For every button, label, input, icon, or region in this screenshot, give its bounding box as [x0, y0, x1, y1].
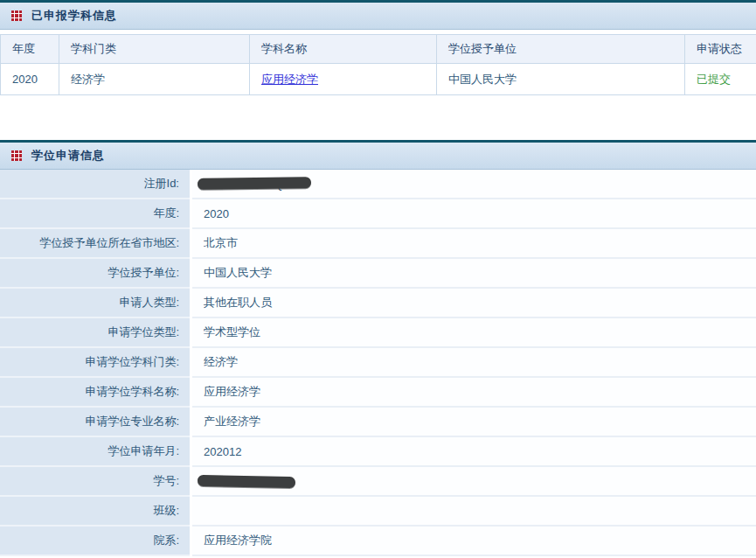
- field-label: 申请人类型:: [0, 289, 190, 318]
- field-value: 产业经济学: [192, 408, 756, 437]
- field-label: 注册Id:: [0, 170, 190, 199]
- red-grid-icon: [11, 10, 22, 21]
- field-value: 应用经济学: [192, 378, 756, 408]
- field-label: 班级:: [0, 497, 190, 527]
- field-value: 经济学: [192, 348, 756, 378]
- col-header-status: 申请状态: [685, 35, 756, 64]
- field-label: 学位申请年月:: [0, 437, 190, 467]
- masked-value: 21142002736: [204, 475, 287, 488]
- masked-value: 202012H59QHY: [204, 178, 302, 191]
- cell-category: 经济学: [59, 64, 250, 95]
- form-row: 注册Id: 202012H59QHY: [0, 170, 756, 199]
- form-row: 申请人类型: 其他在职人员: [0, 289, 756, 318]
- field-value: 北京市: [192, 229, 756, 259]
- section-title: 学位申请信息: [31, 148, 105, 164]
- field-label: 申请学位专业名称:: [0, 408, 190, 437]
- field-value: 学术型学位: [192, 318, 756, 348]
- form-row: 学号: 21142002736: [0, 467, 756, 497]
- subject-name-link[interactable]: 应用经济学: [261, 73, 318, 86]
- field-label: 学位授予单位:: [0, 259, 190, 289]
- field-value: [192, 497, 756, 527]
- declared-subjects-table: 年度 学科门类 学科名称 学位授予单位 申请状态 2020 经济学 应用经济学 …: [0, 34, 756, 95]
- cell-university: 中国人民大学: [437, 64, 685, 95]
- field-value: 21142002736: [192, 467, 756, 497]
- form-row: 班级:: [0, 497, 756, 527]
- col-header-year: 年度: [1, 35, 59, 64]
- field-value: 202012: [192, 437, 756, 467]
- section-title: 已申报学科信息: [31, 8, 117, 24]
- degree-application-form: 注册Id: 202012H59QHY 年度: 2020 学位授予单位所在省市地区…: [0, 170, 756, 556]
- form-row: 学位授予单位所在省市地区: 北京市: [0, 229, 756, 259]
- field-label: 学位授予单位所在省市地区:: [0, 229, 190, 259]
- form-row: 申请学位学科门类: 经济学: [0, 348, 756, 378]
- status-badge: 已提交: [697, 73, 731, 86]
- form-row: 学位申请年月: 202012: [0, 437, 756, 467]
- form-row: 申请学位学科名称: 应用经济学: [0, 378, 756, 408]
- cell-year: 2020: [1, 64, 59, 95]
- form-row: 年度: 2020: [0, 199, 756, 229]
- field-value: 应用经济学院: [192, 527, 756, 556]
- degree-application-header: 学位申请信息: [0, 143, 756, 170]
- declared-subjects-panel: 已申报学科信息 年度 学科门类 学科名称 学位授予单位 申请状态 2020 经济…: [0, 0, 756, 95]
- field-value: 其他在职人员: [192, 289, 756, 318]
- red-grid-icon: [11, 150, 22, 161]
- field-value: 中国人民大学: [192, 259, 756, 289]
- declared-subjects-header: 已申报学科信息: [0, 3, 756, 30]
- field-value: 202012H59QHY: [192, 170, 756, 199]
- field-value: 2020: [192, 199, 756, 229]
- form-row: 申请学位类型: 学术型学位: [0, 318, 756, 348]
- col-header-category: 学科门类: [59, 35, 250, 64]
- form-row: 申请学位专业名称: 产业经济学: [0, 408, 756, 437]
- degree-application-panel: 学位申请信息 注册Id: 202012H59QHY 年度: 2020 学位授予单…: [0, 140, 756, 556]
- field-label: 申请学位学科名称:: [0, 378, 190, 408]
- form-row: 学位授予单位: 中国人民大学: [0, 259, 756, 289]
- table-header-row: 年度 学科门类 学科名称 学位授予单位 申请状态: [1, 35, 756, 64]
- form-row: 院系: 应用经济学院: [0, 527, 756, 556]
- table-row: 2020 经济学 应用经济学 中国人民大学 已提交: [1, 64, 756, 95]
- col-header-subject: 学科名称: [250, 35, 437, 64]
- col-header-university: 学位授予单位: [437, 35, 685, 64]
- redaction-scribble: [198, 177, 312, 190]
- field-label: 年度:: [0, 199, 190, 229]
- field-label: 院系:: [0, 527, 190, 556]
- field-label: 学号:: [0, 467, 190, 497]
- field-label: 申请学位类型:: [0, 318, 190, 348]
- redaction-scribble: [198, 474, 295, 487]
- field-label: 申请学位学科门类:: [0, 348, 190, 378]
